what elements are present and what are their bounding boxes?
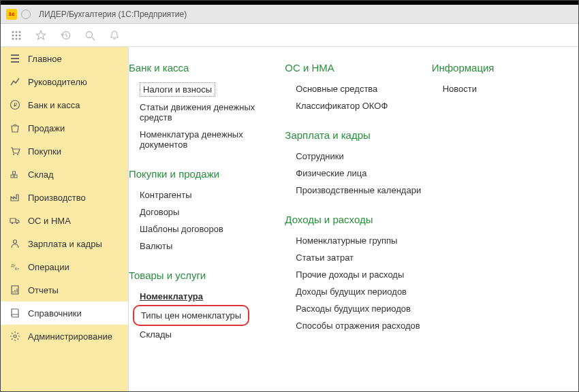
cart-icon: [9, 145, 21, 157]
section-items: СотрудникиФизические лицаПроизводственны…: [285, 148, 426, 199]
svg-point-18: [12, 223, 13, 224]
sidebar-item-label: Продажи: [28, 123, 65, 133]
svg-text:₽: ₽: [14, 102, 17, 108]
svg-point-14: [17, 154, 18, 155]
section-link[interactable]: Контрагенты: [140, 186, 270, 203]
sidebar-item-10[interactable]: Отчеты: [1, 278, 128, 301]
star-icon[interactable]: [35, 29, 47, 42]
svg-point-4: [16, 34, 18, 36]
section-link[interactable]: Склады: [140, 326, 270, 343]
sidebar-item-label: Руководителю: [28, 77, 87, 87]
section-link[interactable]: Основные средства: [296, 80, 426, 97]
section-link[interactable]: Расходы будущих периодов: [296, 300, 426, 317]
column-2: ИнформацияНовости: [432, 62, 578, 391]
window-title: ЛИДЕР/Бухгалтерия (1С:Предприятие): [39, 10, 187, 19]
sidebar-item-12[interactable]: Администрирование: [1, 325, 128, 348]
section-title[interactable]: Зарплата и кадры: [285, 129, 426, 141]
sidebar-item-8[interactable]: Зарплата и кадры: [1, 232, 128, 255]
section-title[interactable]: ОС и НМА: [285, 62, 426, 74]
sidebar-item-label: Банк и касса: [28, 100, 80, 110]
section-link[interactable]: Производственные календари: [296, 182, 426, 199]
section: Доходы и расходыНоменклатурные группыСта…: [285, 214, 426, 334]
sidebar-item-1[interactable]: Руководителю: [1, 70, 128, 93]
section-items: НоменклатураТипы цен номенклатурыСклады: [129, 288, 270, 343]
sidebar-item-0[interactable]: Главное: [1, 47, 128, 70]
section-link[interactable]: Шаблоны договоров: [140, 220, 270, 238]
sidebar-item-label: Отчеты: [28, 285, 59, 295]
column-1: ОС и НМАОсновные средстваКлассификатор О…: [275, 62, 431, 391]
dropdown-icon[interactable]: [21, 10, 31, 19]
section-link[interactable]: Способы отражения расходов: [296, 317, 426, 334]
section-title[interactable]: Информация: [432, 62, 573, 74]
section-link[interactable]: Номенклатурные группы: [296, 232, 426, 249]
bell-icon[interactable]: [108, 29, 121, 42]
section-link[interactable]: Новости: [443, 80, 573, 97]
book-icon: [9, 307, 21, 319]
dkkt-icon: ДтКт: [9, 261, 21, 273]
svg-rect-15: [11, 175, 14, 178]
section-title[interactable]: Товары и услуги: [129, 270, 270, 281]
section: Товары и услугиНоменклатураТипы цен номе…: [129, 270, 270, 343]
section-link[interactable]: Валюты: [140, 238, 270, 255]
section-link[interactable]: Статьи затрат: [296, 249, 426, 266]
section-items: Номенклатурные группыСтатьи затратПрочие…: [285, 232, 426, 334]
sidebar-item-label: Операции: [28, 262, 69, 272]
section-items: Основные средстваКлассификатор ОКОФ: [285, 80, 426, 114]
section-link[interactable]: Доходы будущих периодов: [296, 283, 426, 300]
sidebar-item-label: Главное: [28, 54, 62, 64]
section-link[interactable]: Договоры: [140, 203, 270, 220]
sidebar-item-label: Покупки: [28, 146, 61, 157]
section-link[interactable]: Номенклатура денежных документов: [140, 126, 270, 153]
menu-icon: [9, 52, 21, 65]
section-link[interactable]: Налоги и взносы: [140, 82, 215, 97]
section-title[interactable]: Банк и касса: [129, 62, 270, 74]
bag-icon: [9, 122, 21, 134]
section: Зарплата и кадрыСотрудникиФизические лиц…: [285, 129, 426, 199]
sidebar-item-7[interactable]: ОС и НМА: [1, 209, 128, 232]
logo-1c-icon: 1c: [6, 9, 17, 20]
section-link[interactable]: Статьи движения денежных средств: [140, 99, 270, 126]
section: ИнформацияНовости: [432, 62, 573, 97]
svg-text:Кт: Кт: [15, 267, 19, 271]
apps-icon[interactable]: [10, 29, 22, 42]
sidebar-item-6[interactable]: Производство: [1, 186, 128, 209]
content-area: ГлавноеРуководителю₽Банк и кассаПродажиП…: [1, 47, 578, 391]
svg-point-5: [19, 34, 21, 36]
section-link[interactable]: Сотрудники: [296, 148, 426, 165]
section-link[interactable]: Физические лица: [296, 165, 426, 182]
section-title[interactable]: Доходы и расходы: [285, 214, 426, 225]
svg-point-20: [14, 240, 17, 244]
section-link[interactable]: Классификатор ОКОФ: [296, 97, 426, 114]
sidebar-item-2[interactable]: ₽Банк и касса: [1, 93, 128, 116]
sidebar-item-9[interactable]: ДтКтОперации: [1, 255, 128, 278]
sidebar-item-4[interactable]: Покупки: [1, 140, 128, 163]
sidebar-item-label: Справочники: [28, 308, 82, 318]
search-icon[interactable]: [84, 29, 96, 42]
sidebar-item-11[interactable]: Справочники: [1, 301, 128, 325]
factory-icon: [9, 191, 21, 203]
sidebar-item-5[interactable]: Склад: [1, 163, 128, 186]
sidebar-item-label: Производство: [28, 193, 86, 203]
svg-point-19: [16, 223, 18, 224]
svg-point-10: [87, 31, 93, 37]
section-link[interactable]: Типы цен номенклатуры: [133, 305, 249, 326]
ruble-icon: ₽: [9, 99, 21, 111]
svg-point-3: [12, 34, 14, 36]
sidebar-item-label: Администрирование: [28, 331, 112, 342]
sidebar-item-label: Склад: [28, 169, 54, 180]
main-panel: Банк и кассаНалоги и взносыСтатьи движен…: [129, 47, 578, 391]
truck-icon: [9, 214, 21, 227]
svg-point-7: [16, 37, 18, 39]
section-link[interactable]: Прочие доходы и расходы: [296, 266, 426, 283]
history-icon[interactable]: [59, 29, 72, 42]
sidebar-item-label: Зарплата и кадры: [28, 239, 102, 249]
sidebar-item-label: ОС и НМА: [28, 216, 71, 226]
section: Банк и кассаНалоги и взносыСтатьи движен…: [129, 62, 270, 153]
toolbar: [1, 24, 578, 47]
sidebar-item-3[interactable]: Продажи: [1, 116, 128, 140]
person-icon: [9, 238, 21, 250]
section-link[interactable]: Номенклатура: [140, 288, 270, 305]
svg-point-13: [13, 154, 14, 155]
svg-rect-17: [13, 172, 16, 174]
section-title[interactable]: Покупки и продажи: [129, 168, 270, 180]
